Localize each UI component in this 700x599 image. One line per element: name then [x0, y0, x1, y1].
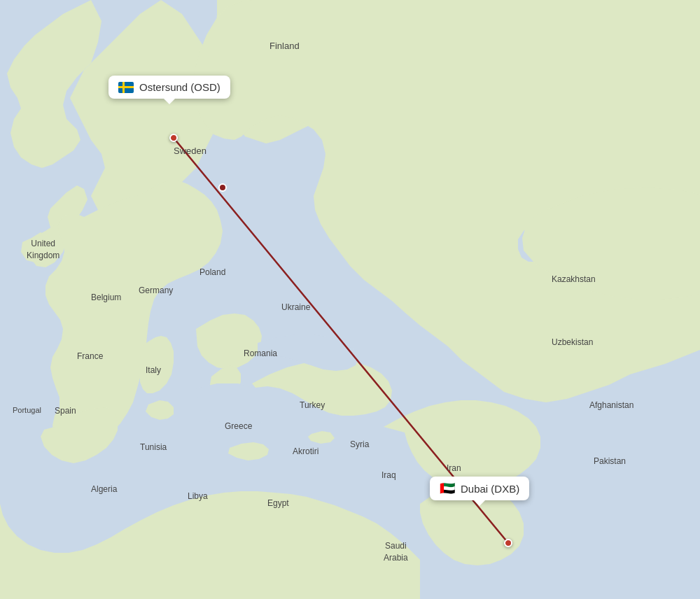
origin-label: Ostersund (OSD)	[139, 81, 220, 93]
destination-flag: 🇦🇪	[440, 482, 455, 495]
destination-dot	[504, 539, 512, 547]
map-container: Finland Sweden UnitedKingdom Belgium Fra…	[0, 0, 700, 599]
origin-dot	[169, 134, 178, 142]
map-svg	[0, 0, 700, 599]
destination-tooltip[interactable]: 🇦🇪 Dubai (DXB)	[430, 477, 529, 500]
destination-label: Dubai (DXB)	[461, 483, 519, 495]
origin-tooltip[interactable]: Ostersund (OSD)	[108, 76, 230, 99]
origin-flag	[118, 82, 134, 93]
svg-point-2	[219, 184, 226, 191]
